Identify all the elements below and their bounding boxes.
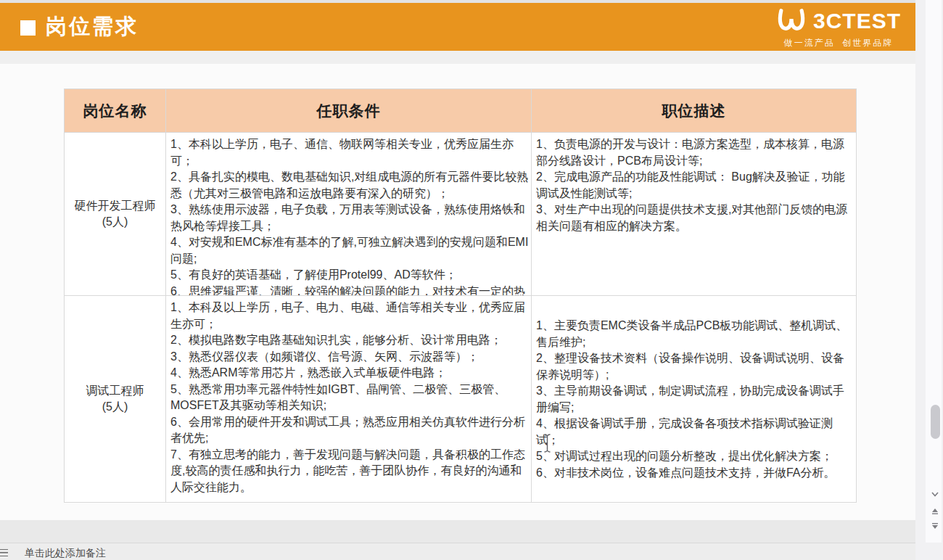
next-slide-button[interactable] <box>929 521 941 531</box>
description-text: 1、主要负责EMC类设备半成品PCB板功能调试、整机调试、售后维护; 2、整理设… <box>536 318 854 481</box>
table-row-2-qualifications-cell: 1、本科及以上学历，电子、电力、电磁、通信等相关专业，优秀应届生亦可； 2、模拟… <box>166 296 532 503</box>
notes-bar[interactable]: 单击此处添加备注 <box>0 543 943 560</box>
table-row-1-qualifications-cell: 1、本科以上学历，电子、通信、物联网等相关专业，优秀应届生亦可； 2、具备扎实的… <box>166 133 532 296</box>
logo-tagline: 做一流产品 创世界品牌 <box>784 37 894 49</box>
logo-brand-text: 3CTEST <box>813 9 901 33</box>
position-name: 硬件开发工程师 (5人) <box>75 198 156 231</box>
column-header-position: 岗位名称 <box>65 89 166 133</box>
vertical-scrollbar <box>915 0 943 560</box>
column-header-description: 职位描述 <box>532 89 857 133</box>
position-name: 调试工程师 (5人) <box>86 383 144 416</box>
scrollbar-thumb[interactable] <box>931 405 940 439</box>
slide-title-banner: 岗位需求 3CTEST 做一流产品 创世界品牌 <box>0 3 915 51</box>
previous-slide-button[interactable] <box>929 506 941 516</box>
3ctest-omega-icon <box>776 7 807 35</box>
slide-bottom-margin <box>0 520 915 543</box>
triangle-down-bar-icon <box>931 523 939 530</box>
text-cursor-ibeam-icon <box>543 434 551 456</box>
table-row-2-position-cell: 调试工程师 (5人) <box>65 296 166 503</box>
company-logo: 3CTEST 做一流产品 创世界品牌 <box>776 7 901 49</box>
logo-row: 3CTEST <box>776 7 901 35</box>
presentation-editor-window: 岗位需求 3CTEST 做一流产品 创世界品牌 岗位名称 任职条件 职位描述 硬… <box>0 0 943 560</box>
title-group: 岗位需求 <box>20 12 139 41</box>
job-requirements-table[interactable]: 岗位名称 任职条件 职位描述 硬件开发工程师 (5人) 1、本科以上学历，电子、… <box>64 88 857 503</box>
notes-icon <box>0 549 8 556</box>
table-row-1-description-cell: 1、负责电源的开发与设计：电源方案选型，成本核算，电源部分线路设计，PCB布局设… <box>532 133 857 296</box>
chevron-down-icon <box>931 492 939 497</box>
scroll-down-button[interactable] <box>929 489 941 499</box>
title-bullet-square-icon <box>20 20 36 36</box>
notes-placeholder[interactable]: 单击此处添加备注 <box>25 547 106 560</box>
scrollbar-track[interactable] <box>926 0 942 543</box>
table-row-2-description-cell: 1、主要负责EMC类设备半成品PCB板功能调试、整机调试、售后维护; 2、整理设… <box>532 296 857 503</box>
slide-title: 岗位需求 <box>46 12 139 41</box>
table-row-1-position-cell: 硬件开发工程师 (5人) <box>65 133 166 296</box>
triangle-up-bar-icon <box>931 508 939 514</box>
column-header-qualifications: 任职条件 <box>166 89 532 133</box>
